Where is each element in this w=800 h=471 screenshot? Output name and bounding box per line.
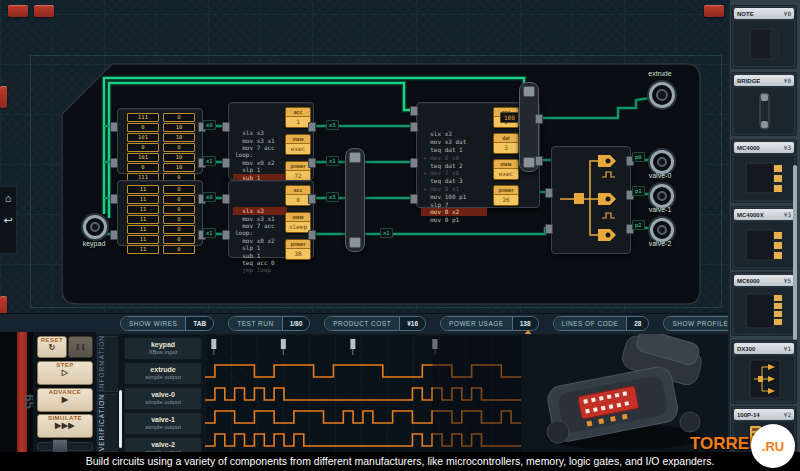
- chip-pin: [410, 122, 418, 132]
- valve-1-pad: [650, 184, 674, 208]
- circuit-canvas[interactable]: ⌂ ↩ 111010101010111 01010010100 11111111…: [0, 0, 728, 315]
- wire-label: x1: [380, 228, 393, 238]
- sidebar-item-note[interactable]: NOTE¥0: [731, 5, 797, 69]
- dx300-chip[interactable]: [551, 146, 631, 254]
- sidebar-item-mc4000x[interactable]: MC4000X¥3: [731, 206, 797, 270]
- sidebar-item-mc4000[interactable]: MC4000¥3: [731, 139, 797, 203]
- mc6000-icon: [742, 292, 786, 330]
- toolbar-pill[interactable]: SHOW WIRES TAB: [120, 316, 214, 331]
- chip-pin: [222, 158, 230, 168]
- dx300-icon: [742, 358, 786, 400]
- chip-pin: [308, 194, 316, 204]
- undo-icon[interactable]: ↩: [0, 209, 16, 231]
- watermark-tld: .RU: [762, 439, 784, 454]
- chip-pin: [222, 194, 230, 204]
- signal-row[interactable]: extrude simple output: [124, 362, 202, 385]
- pause-icon: ❚❚: [75, 344, 86, 350]
- simulate-button[interactable]: SIMULATE ▶▶▶: [37, 414, 93, 438]
- slider-handle[interactable]: [52, 439, 68, 453]
- valve-1-pad-label: valve-1: [630, 206, 690, 213]
- reset-button[interactable]: RESET ↻: [37, 336, 67, 358]
- mc4000-chip-1[interactable]: slx x3 mov x3 x1 mov 7 accloop: mov x0 x…: [228, 102, 314, 180]
- wire-label: x0: [203, 192, 216, 202]
- dx300-gate-diagram: [552, 147, 630, 253]
- rom2-column-a: 11111111111111: [127, 185, 159, 254]
- xbus-event-marker: [211, 339, 216, 349]
- advance-button[interactable]: ADVANCE ▶: [37, 388, 93, 412]
- wire-label: x1: [326, 156, 339, 166]
- tab-verification[interactable]: VERIFICATION: [97, 394, 119, 452]
- unrun-overlay: [433, 336, 521, 452]
- simulate-icon: ▶▶▶: [38, 421, 92, 430]
- toolbar-pill[interactable]: PRODUCT COST ¥16: [324, 316, 426, 331]
- chip-pin: [545, 224, 553, 234]
- chip-pin: [535, 114, 543, 124]
- home-icon[interactable]: ⌂: [0, 187, 16, 209]
- signal-list: keypad XBus input extrude simple output …: [124, 337, 202, 460]
- note-icon: [744, 26, 784, 62]
- panel-tab-column: INFORMATION VERIFICATION: [96, 334, 118, 452]
- extrude-pad: [649, 82, 675, 108]
- valve-0-pad-label: valve-0: [630, 172, 690, 179]
- wire-value-100: 100: [500, 112, 519, 123]
- pause-button[interactable]: ❚❚: [68, 336, 93, 358]
- rom-chip-1[interactable]: 111010101010111 01010010100: [117, 108, 203, 174]
- watermark-circle: .RU: [751, 424, 795, 468]
- signal-row[interactable]: valve-0 simple output: [124, 387, 202, 410]
- sidebar-item-mc6000[interactable]: MC6000¥5: [731, 272, 797, 336]
- toolbar-pill[interactable]: TEST RUN 1/80: [228, 316, 310, 331]
- chip-pin: [545, 188, 553, 198]
- rom1-column-a: 111010101010111: [127, 113, 159, 182]
- chip-pin: [222, 230, 230, 240]
- mc4000-icon: [742, 160, 786, 196]
- chip-pin: [535, 156, 543, 166]
- mc4000-chip-2[interactable]: slx x3 mov x3 x1 mov 7 accloop: mov x0 x…: [228, 180, 314, 258]
- mc6000-code[interactable]: slx x3 mov x3 dat teq dat 1+ mov 0 x0 te…: [421, 107, 487, 224]
- keypad-pad-label: keypad: [64, 240, 124, 247]
- wire-label: p2: [632, 220, 645, 230]
- chip-pin: [308, 122, 316, 132]
- chip-pin: [222, 122, 230, 132]
- wire-label: p0: [632, 152, 645, 162]
- sidebar-scrollbar[interactable]: [793, 165, 797, 340]
- wire-label: p1: [632, 186, 645, 196]
- tab-information[interactable]: INFORMATION: [97, 336, 119, 392]
- chip-pin: [110, 122, 118, 132]
- signal-row[interactable]: valve-1 simple output: [124, 412, 202, 435]
- wire-label: x1: [203, 156, 216, 166]
- extrude-pad-label: extrude: [630, 70, 690, 77]
- step-icon: ▷: [38, 368, 92, 377]
- wire-label: x0: [203, 120, 216, 130]
- valve-2-pad-label: valve-2: [630, 240, 690, 247]
- red-corner-tab: [8, 5, 28, 17]
- sidebar-item-dx300[interactable]: DX300¥1: [731, 340, 797, 404]
- signal-row[interactable]: keypad XBus input: [124, 337, 202, 360]
- mc4000-1-registers: acc1stateexecpower72: [285, 107, 311, 182]
- advance-icon: ▶: [38, 395, 92, 404]
- xbus-event-marker: [350, 339, 355, 349]
- mc4000-2-code[interactable]: slx x3 mov x3 x1 mov 7 accloop: mov x0 x…: [233, 185, 287, 274]
- rom-chip-2[interactable]: 11111111111111 0000000: [117, 180, 203, 246]
- bridge-component-1[interactable]: [345, 148, 365, 252]
- toolbar-pill[interactable]: LINES OF CODE 28: [553, 316, 650, 331]
- wire-label: x3: [326, 192, 339, 202]
- chip-pin: [410, 106, 418, 116]
- toolbar-pill[interactable]: POWER USAGE 138: [440, 316, 538, 331]
- red-stripe-decoration: [17, 332, 27, 452]
- chip-pin: [308, 158, 316, 168]
- mc4000x-icon: [742, 227, 786, 263]
- step-button[interactable]: STEP ▷: [37, 361, 93, 385]
- chip-pin: [410, 194, 418, 204]
- sidebar-item-bridge[interactable]: BRIDGE¥0: [731, 72, 797, 136]
- waveform-region: [205, 336, 521, 452]
- rom1-column-b: 01010010100: [163, 113, 195, 182]
- waveform-traces: [205, 336, 521, 452]
- wire-label: x1: [203, 228, 216, 238]
- shenzhen-io-window: ⌂ ↩ 111010101010111 01010010100 11111111…: [0, 0, 800, 471]
- chip-pin: [110, 194, 118, 204]
- xbus-event-marker: [281, 339, 286, 349]
- verification-scrollbar[interactable]: [119, 390, 122, 448]
- left-rail: ⌂ ↩: [0, 186, 17, 254]
- red-edge-tab: [0, 86, 7, 108]
- toolbar-pills: SHOW WIRES TAB TEST RUN 1/80 PRODUCT COS…: [120, 316, 762, 331]
